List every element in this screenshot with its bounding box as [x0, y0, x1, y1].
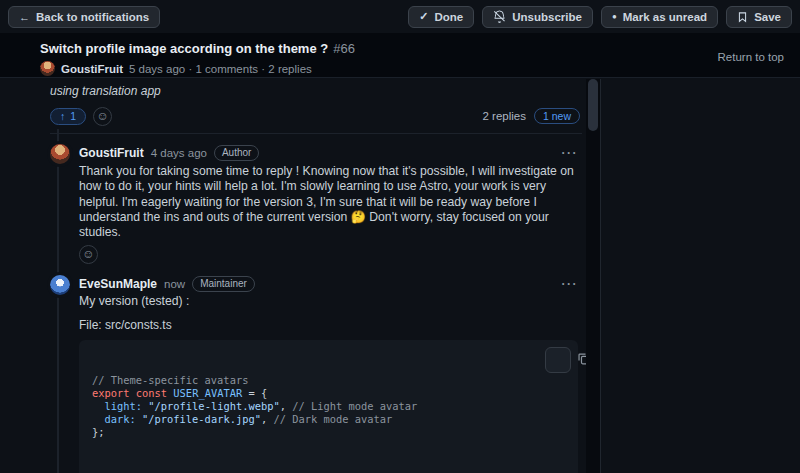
discussion-area: using translation app ↑ 1 ☺ 2 replies 1 …	[0, 79, 800, 473]
reply-author-avatar[interactable]	[50, 144, 70, 164]
arrow-left-icon: ←	[19, 11, 30, 23]
issue-meta-row: GoustiFruit 5 days ago · 1 comments · 2 …	[40, 61, 355, 76]
mark-as-unread-label: Mark as unread	[623, 11, 707, 23]
scrollbar[interactable]	[586, 79, 600, 473]
reply-author-avatar[interactable]	[50, 275, 70, 295]
reply-comment: GoustiFruit 4 days ago Author ··· Thank …	[50, 144, 582, 264]
reply-body-text: Thank you for taking some time to reply …	[79, 164, 582, 240]
save-label: Save	[754, 11, 781, 23]
reply-timestamp: now	[164, 278, 185, 290]
smiley-icon: ☺	[96, 109, 108, 123]
reply-header: GoustiFruit 4 days ago Author ···	[79, 144, 582, 162]
smiley-icon: ☺	[82, 247, 94, 261]
add-reaction-button[interactable]: ☺	[79, 245, 98, 264]
parent-comment-footer: ↑ 1 ☺ 2 replies 1 new	[50, 107, 582, 125]
add-reaction-button[interactable]: ☺	[93, 107, 112, 126]
reply-timestamp: 4 days ago	[151, 147, 207, 159]
done-label: Done	[435, 11, 464, 23]
bell-slash-icon	[493, 10, 506, 23]
reply-intro-text: My version (tested) :	[79, 294, 582, 309]
kebab-menu-icon[interactable]: ···	[562, 277, 579, 291]
copy-icon	[526, 337, 586, 383]
reaction-buttons: ↑ 1 ☺	[50, 107, 112, 126]
notification-toolbar: ← Back to notifications ✓ Done Unsubscri…	[0, 0, 800, 33]
issue-meta-text: 5 days ago · 1 comments · 2 replies	[129, 63, 312, 75]
issue-title-row: Switch profile image according on the th…	[40, 39, 355, 57]
issue-title: Switch profile image according on the th…	[40, 41, 328, 56]
mark-as-unread-button[interactable]: ● Mark as unread	[601, 6, 718, 28]
empty-side-pane	[600, 79, 800, 473]
check-icon: ✓	[419, 10, 428, 23]
unsubscribe-label: Unsubscribe	[512, 11, 582, 23]
copy-code-button[interactable]	[545, 347, 571, 373]
issue-number: #66	[333, 41, 355, 56]
replies-count-label: 2 replies	[483, 110, 526, 122]
reply-content: EveSunMaple now Maintainer ··· My versio…	[79, 275, 582, 473]
replies-summary: 2 replies 1 new	[483, 108, 581, 124]
scrollbar-thumb[interactable]	[588, 79, 598, 131]
reply-author-name[interactable]: EveSunMaple	[79, 277, 157, 291]
reply-content: GoustiFruit 4 days ago Author ··· Thank …	[79, 144, 582, 264]
reply-author-name[interactable]: GoustiFruit	[79, 146, 144, 160]
reply-header: EveSunMaple now Maintainer ···	[79, 275, 582, 293]
reply-reaction-row: ☺	[79, 244, 582, 264]
kebab-menu-icon[interactable]: ···	[562, 146, 579, 160]
maintainer-badge: Maintainer	[192, 276, 255, 292]
back-button-label: Back to notifications	[36, 11, 149, 23]
upvote-button[interactable]: ↑ 1	[50, 108, 86, 125]
upvote-count: 1	[70, 110, 76, 122]
discussion-pane: using translation app ↑ 1 ☺ 2 replies 1 …	[12, 79, 586, 473]
issue-header: Switch profile image according on the th…	[0, 33, 800, 78]
done-button[interactable]: ✓ Done	[408, 6, 474, 28]
reply-comment: EveSunMaple now Maintainer ··· My versio…	[50, 275, 582, 473]
issue-header-left: Switch profile image according on the th…	[40, 39, 355, 77]
code-content: // Theme-specific avatarsexport const US…	[92, 374, 565, 439]
arrow-up-icon: ↑	[60, 110, 65, 122]
author-badge: Author	[214, 145, 259, 161]
back-to-notifications-button[interactable]: ← Back to notifications	[8, 6, 160, 28]
code-block-consts: // Theme-specific avatarsexport const US…	[79, 340, 578, 473]
parent-comment-text: using translation app	[50, 84, 582, 98]
replies-divider	[50, 133, 582, 134]
file-path-label: File: src/consts.ts	[79, 318, 582, 333]
dot-icon: ●	[612, 12, 617, 21]
issue-author-avatar[interactable]	[40, 61, 55, 76]
bookmark-icon	[737, 11, 748, 23]
save-button[interactable]: Save	[726, 6, 792, 28]
unsubscribe-button[interactable]: Unsubscribe	[482, 6, 593, 28]
new-replies-badge[interactable]: 1 new	[534, 108, 580, 124]
toolbar-actions: ✓ Done Unsubscribe ● Mark as unread Save	[408, 6, 792, 28]
issue-author-name[interactable]: GoustiFruit	[61, 63, 123, 75]
return-to-top-link[interactable]: Return to top	[718, 51, 784, 77]
